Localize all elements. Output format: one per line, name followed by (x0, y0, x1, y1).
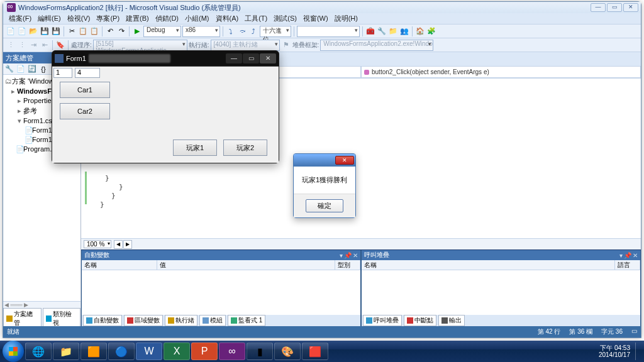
scroll-left-icon[interactable]: ◀ (114, 240, 123, 249)
tab-threads[interactable]: 執行緒 (165, 315, 197, 326)
task-word[interactable]: W (136, 343, 162, 360)
menu-edit[interactable]: 編輯(E) (35, 14, 64, 23)
paste-icon[interactable]: 📋 (89, 26, 99, 36)
task-ie[interactable]: 🌐 (25, 343, 52, 360)
task-excel[interactable]: X (164, 343, 190, 360)
show-all-icon[interactable]: 📄 (16, 64, 26, 74)
save-all-icon[interactable]: 💾 (51, 26, 61, 36)
task-app[interactable]: 🟥 (302, 343, 328, 360)
col-value[interactable]: 值 (157, 260, 335, 270)
menu-data[interactable]: 資料(A) (213, 14, 242, 23)
save-icon[interactable]: 💾 (40, 26, 50, 36)
pin-icon[interactable]: ▾ (340, 252, 343, 259)
col-name[interactable]: 名稱 (362, 260, 615, 270)
callstack-title[interactable]: 呼叫堆疊▾📌✕ (362, 250, 640, 260)
messagebox-title-bar[interactable]: ✕ (294, 154, 355, 167)
close-icon[interactable]: ✕ (353, 252, 358, 259)
properties-icon[interactable]: 🔧 (4, 64, 14, 74)
zoom-combo[interactable]: 100 % (84, 240, 111, 248)
task-chrome[interactable]: 🔵 (108, 343, 135, 360)
redo-icon[interactable]: ↷ (116, 26, 126, 36)
step-over-icon[interactable]: ⤼ (237, 26, 247, 36)
properties-icon[interactable]: 🔧 (377, 26, 387, 36)
process-combo[interactable]: [5156] WindowsFormsApplicatic (93, 40, 187, 51)
uncomment-icon[interactable]: ⋮ (17, 40, 27, 50)
stackframe-combo[interactable]: WindowsFormsApplication2.exe!Windo (320, 40, 433, 51)
menu-tools[interactable]: 工具(T) (242, 14, 270, 23)
undo-icon[interactable]: ↶ (105, 26, 115, 36)
add-item-icon[interactable]: 📄 (17, 26, 27, 36)
menu-window[interactable]: 視窗(W) (300, 14, 331, 23)
task-paint[interactable]: 🎨 (274, 343, 301, 360)
close-button[interactable]: ✕ (335, 156, 354, 165)
player1-button[interactable]: 玩家1 (173, 140, 217, 156)
team-icon[interactable]: 👥 (399, 26, 409, 36)
autos-title[interactable]: 自動變數▾📌✕ (82, 250, 360, 260)
tab-breakpoints[interactable]: 中斷點 (404, 315, 436, 326)
start-page-icon[interactable]: 🏠 (415, 26, 425, 36)
menu-debug[interactable]: 偵錯(D) (152, 14, 182, 23)
tab-modules[interactable]: 模組 (199, 315, 226, 326)
tab-locals[interactable]: 區域變數 (124, 315, 163, 326)
close-icon[interactable]: ✕ (633, 252, 638, 259)
minimize-button[interactable]: — (591, 3, 606, 12)
member-combo[interactable]: button2_Click(object sender, EventArgs e… (361, 66, 641, 78)
toolbox-icon[interactable]: 🧰 (365, 26, 375, 36)
col-name[interactable]: 名稱 (82, 260, 157, 270)
tab-callstack[interactable]: 呼叫堆疊 (363, 315, 402, 326)
player2-button[interactable]: 玩家2 (223, 140, 267, 156)
menu-file[interactable]: 檔案(F) (6, 14, 35, 23)
pin-icon[interactable]: ▾ (619, 252, 623, 259)
copy-icon[interactable]: 📋 (78, 26, 88, 36)
step-out-icon[interactable]: ⤴ (248, 26, 258, 36)
close-button[interactable]: ✕ (260, 53, 276, 63)
col-type[interactable]: 型別 (335, 260, 360, 270)
car1-button[interactable]: Car1 (60, 82, 110, 98)
textbox1[interactable]: 1 (53, 68, 72, 78)
refresh-icon[interactable]: 🔄 (27, 64, 37, 74)
close-button[interactable]: ✕ (623, 3, 638, 12)
config-combo[interactable]: Debug (143, 26, 181, 37)
maximize-button[interactable]: ▭ (607, 3, 622, 12)
menu-test[interactable]: 測試(S) (270, 14, 300, 23)
form1-window[interactable]: Form1 — ▭ ✕ 1 4 Car1 Car2 玩家1 玩家2 (52, 50, 279, 163)
menu-project[interactable]: 專案(P) (93, 14, 123, 23)
platform-combo[interactable]: x86 (182, 26, 220, 37)
find-combo[interactable] (297, 26, 360, 37)
radix-combo[interactable]: 十六進位 (260, 26, 291, 37)
menu-view[interactable]: 檢視(V) (64, 14, 94, 23)
extension-icon[interactable]: 🧩 (426, 26, 436, 36)
thread-flag-icon[interactable]: ⚑ (281, 40, 291, 50)
autos-body[interactable] (82, 270, 360, 315)
pin-icon[interactable]: 📌 (624, 252, 631, 259)
solution-icon[interactable]: 📁 (388, 26, 398, 36)
ok-button[interactable]: 確定 (306, 199, 343, 212)
task-vs[interactable]: ∞ (219, 343, 245, 360)
outdent-icon[interactable]: ⇤ (40, 40, 50, 50)
form1-title-bar[interactable]: Form1 — ▭ ✕ (52, 51, 279, 66)
task-cmd[interactable]: ▮ (247, 343, 273, 360)
start-button[interactable] (3, 341, 24, 362)
system-tray[interactable]: 下午 04:53 2014/10/17 (599, 344, 633, 358)
col-lang[interactable]: 語言 (615, 260, 640, 270)
bookmark-icon[interactable]: 🔖 (55, 40, 65, 50)
thread-combo[interactable]: [4040] 主執行緒 (211, 40, 280, 51)
maximize-button[interactable]: ▭ (243, 53, 259, 63)
show-desktop-button[interactable] (635, 343, 641, 360)
tab-autos[interactable]: 自動變數 (83, 315, 122, 326)
task-explorer[interactable]: 📁 (53, 343, 79, 360)
task-mediaplayer[interactable]: 🟧 (80, 343, 107, 360)
open-icon[interactable]: 📂 (28, 26, 38, 36)
scroll-right-icon[interactable]: ▶ (123, 240, 132, 249)
view-code-icon[interactable]: {} (38, 64, 48, 74)
task-powerpoint[interactable]: P (191, 343, 218, 360)
new-project-icon[interactable]: 📄 (6, 26, 16, 36)
title-bar[interactable]: WindowsFormsApplication2 [執行] - Microsof… (3, 2, 641, 13)
comment-icon[interactable]: ⋮ (6, 40, 16, 50)
tab-watch1[interactable]: 監看式 1 (228, 315, 265, 326)
menu-help[interactable]: 說明(H) (331, 14, 361, 23)
tab-output[interactable]: 輸出 (438, 315, 465, 326)
textbox2[interactable]: 4 (75, 68, 100, 78)
pin-icon[interactable]: 📌 (344, 252, 352, 259)
indent-icon[interactable]: ⇥ (28, 40, 38, 50)
